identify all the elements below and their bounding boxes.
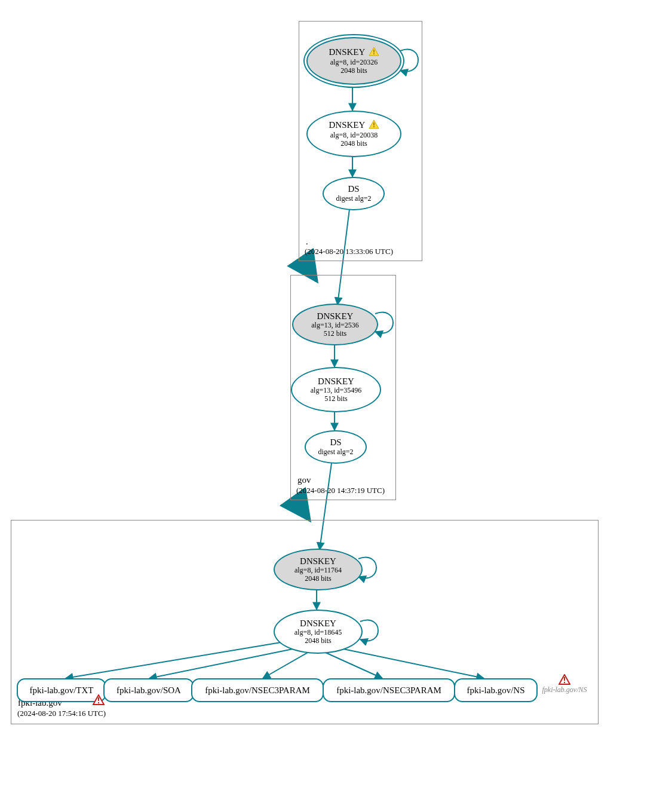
node-gov-zsk-line2: alg=13, id=35496 (311, 387, 362, 395)
zone-root-label: . (306, 237, 308, 247)
node-root-zsk-line3: 2048 bits (340, 140, 367, 148)
svg-rect-10 (98, 697, 99, 701)
rr-ns[interactable]: fpki-lab.gov/NS (454, 678, 538, 702)
error-icon (93, 694, 105, 708)
warning-icon (369, 47, 379, 59)
svg-rect-2 (373, 53, 375, 54)
node-fpki-ksk-line2: alg=8, id=11764 (294, 567, 342, 575)
svg-rect-8 (564, 682, 565, 683)
zone-root-timestamp: (2024-08-20 13:33:06 UTC) (305, 247, 393, 256)
node-gov-zsk-title: DNSKEY (318, 376, 354, 387)
svg-rect-7 (564, 677, 565, 681)
node-root-ksk-line3: 2048 bits (340, 67, 367, 75)
zone-gov-timestamp: (2024-08-20 14:37:19 UTC) (296, 486, 385, 495)
node-root-ds-line2: digest alg=2 (336, 195, 371, 203)
node-gov-zsk-line3: 512 bits (324, 395, 347, 403)
node-fpki-ksk-line3: 2048 bits (305, 575, 331, 583)
rr-nsec3-b[interactable]: fpki-lab.gov/NSEC3PARAM (323, 678, 455, 702)
node-root-zsk-title: DNSKEY (329, 120, 364, 130)
node-fpki-zsk[interactable]: DNSKEY alg=8, id=18645 2048 bits (274, 610, 363, 654)
svg-rect-11 (98, 702, 99, 703)
rr-nsec3-a[interactable]: fpki-lab.gov/NSEC3PARAM (191, 678, 324, 702)
node-gov-ds[interactable]: DS digest alg=2 (305, 430, 367, 464)
svg-rect-5 (373, 126, 375, 127)
node-root-ksk-title: DNSKEY (329, 47, 364, 57)
node-fpki-zsk-line2: alg=8, id=18645 (294, 629, 342, 637)
node-gov-ksk-line3: 512 bits (324, 330, 346, 338)
node-fpki-zsk-title: DNSKEY (300, 619, 336, 629)
node-root-ksk-line2: alg=8, id=20326 (330, 59, 378, 67)
zone-fpki-timestamp: (2024-08-20 17:54:16 UTC) (17, 709, 106, 718)
svg-rect-4 (373, 123, 375, 125)
node-gov-ds-line2: digest alg=2 (318, 448, 353, 457)
node-root-zsk[interactable]: DNSKEY alg=8, id=20038 2048 bits (306, 111, 401, 157)
node-root-zsk-line2: alg=8, id=20038 (330, 131, 378, 140)
node-gov-zsk[interactable]: DNSKEY alg=13, id=35496 512 bits (291, 367, 381, 412)
node-gov-ds-title: DS (330, 437, 341, 448)
svg-rect-1 (373, 50, 375, 53)
node-root-ds[interactable]: DS digest alg=2 (323, 177, 385, 210)
zone-gov-label: gov (297, 475, 311, 485)
node-root-ds-title: DS (348, 184, 359, 194)
node-root-ksk[interactable]: DNSKEY alg=8, id=20326 2048 bits (306, 37, 401, 85)
rr-soa[interactable]: fpki-lab.gov/SOA (103, 678, 194, 702)
node-gov-ksk-line2: alg=13, id=2536 (311, 322, 359, 330)
node-gov-ksk[interactable]: DNSKEY alg=13, id=2536 512 bits (292, 304, 378, 345)
warning-icon (369, 120, 379, 131)
rr-ns-error-label: fpki-lab.gov/NS (538, 685, 591, 694)
node-fpki-ksk-title: DNSKEY (300, 556, 336, 567)
node-fpki-ksk[interactable]: DNSKEY alg=8, id=11764 2048 bits (274, 549, 363, 590)
node-gov-ksk-title: DNSKEY (317, 311, 354, 322)
node-fpki-zsk-line3: 2048 bits (305, 637, 331, 645)
